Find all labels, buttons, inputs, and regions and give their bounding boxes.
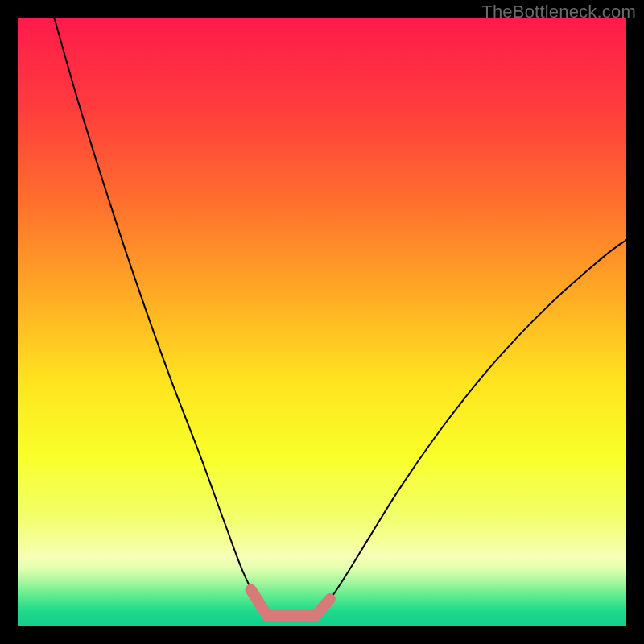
bottleneck-chart [18,18,626,626]
chart-frame [18,18,626,626]
gradient-background [18,18,626,626]
watermark-text: TheBottleneck.com [481,2,636,23]
